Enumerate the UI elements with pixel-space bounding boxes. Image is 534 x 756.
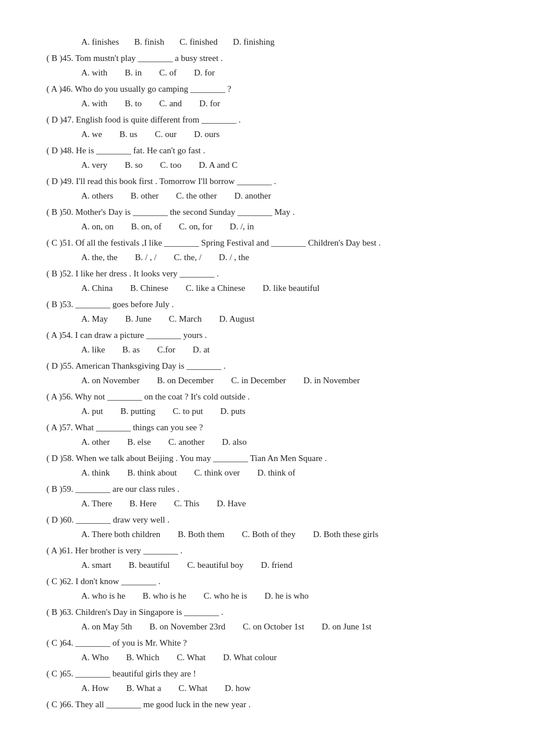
question-block-q54: ( A )54. I can draw a picture ________ y… <box>46 328 488 358</box>
question-block-q48: ( D )48. He is ________ fat. He can't go… <box>46 143 488 173</box>
quiz-container: A. finishes B. finish C. finished D. fin… <box>46 35 488 712</box>
question-line-q48: ( D )48. He is ________ fat. He can't go… <box>46 143 488 159</box>
question-block-q63: ( B )63. Children's Day in Singapore is … <box>46 605 488 635</box>
question-line-q64: ( C )64. ________ of you is Mr. White ? <box>46 636 488 651</box>
question-line-q52: ( B )52. I like her dress . It looks ver… <box>46 267 488 282</box>
question-line-q46: ( A )46. Who do you usually go camping _… <box>46 82 488 97</box>
question-block-q53: ( B )53. ________ goes before July .A. M… <box>46 297 488 327</box>
question-block-q65: ( C )65. ________ beautiful girls they a… <box>46 667 488 696</box>
question-block-top_options: A. finishes B. finish C. finished D. fin… <box>46 35 488 50</box>
question-line-q45: ( B )45. Tom mustn't play ________ a bus… <box>46 51 488 66</box>
question-block-q58: ( D )58. When we talk about Beijing . Yo… <box>46 451 488 481</box>
question-line-q57: ( A )57. What ________ things can you se… <box>46 420 488 435</box>
question-line-q51: ( C )51. Of all the festivals ,I like __… <box>46 236 488 251</box>
options-line-q51: A. the, the B. / , / C. the, / D. / , th… <box>46 250 488 265</box>
options-line-q46: A. with B. to C. and D. for <box>46 96 488 111</box>
options-line-q61: A. smart B. beautiful C. beautiful boy D… <box>46 558 488 573</box>
question-line-q49: ( D )49. I'll read this book first . Tom… <box>46 174 488 189</box>
options-line-q45: A. with B. in C. of D. for <box>46 66 488 81</box>
options-line-q47: A. we B. us C. our D. ours <box>46 127 488 142</box>
question-line-q58: ( D )58. When we talk about Beijing . Yo… <box>46 451 488 466</box>
question-block-q57: ( A )57. What ________ things can you se… <box>46 420 488 450</box>
question-line-q63: ( B )63. Children's Day in Singapore is … <box>46 605 488 620</box>
question-block-q47: ( D )47. English food is quite different… <box>46 113 488 142</box>
question-block-q60: ( D )60. ________ draw very well .A. The… <box>46 513 488 542</box>
options-line-top_options: A. finishes B. finish C. finished D. fin… <box>46 35 488 50</box>
question-line-q56: ( A )56. Why not ________ on the coat ? … <box>46 390 488 405</box>
question-line-q53: ( B )53. ________ goes before July . <box>46 297 488 312</box>
question-line-q47: ( D )47. English food is quite different… <box>46 113 488 128</box>
question-block-q52: ( B )52. I like her dress . It looks ver… <box>46 267 488 296</box>
options-line-q55: A. on November B. on December C. in Dece… <box>46 373 488 388</box>
question-line-q59: ( B )59. ________ are our class rules . <box>46 482 488 497</box>
options-line-q49: A. others B. other C. the other D. anoth… <box>46 189 488 204</box>
options-line-q48: A. very B. so C. too D. A and C <box>46 158 488 173</box>
question-block-q45: ( B )45. Tom mustn't play ________ a bus… <box>46 51 488 81</box>
question-block-q46: ( A )46. Who do you usually go camping _… <box>46 82 488 111</box>
question-block-q56: ( A )56. Why not ________ on the coat ? … <box>46 390 488 419</box>
question-block-q50: ( B )50. Mother's Day is ________ the se… <box>46 205 488 235</box>
question-line-q66: ( C )66. They all ________ me good luck … <box>46 697 488 712</box>
question-block-q59: ( B )59. ________ are our class rules .A… <box>46 482 488 512</box>
options-line-q59: A. There B. Here C. This D. Have <box>46 496 488 512</box>
options-line-q60: A. There both children B. Both them C. B… <box>46 527 488 542</box>
question-line-q60: ( D )60. ________ draw very well . <box>46 513 488 528</box>
options-line-q52: A. China B. Chinese C. like a Chinese D.… <box>46 281 488 296</box>
options-line-q64: A. Who B. Which C. What D. What colour <box>46 650 488 665</box>
options-line-q56: A. put B. putting C. to put D. puts <box>46 404 488 419</box>
options-line-q53: A. May B. June C. March D. August <box>46 312 488 327</box>
options-line-q65: A. How B. What a C. What D. how <box>46 681 488 696</box>
question-line-q62: ( C )62. I don't know ________ . <box>46 574 488 589</box>
question-line-q61: ( A )61. Her brother is very ________ . <box>46 543 488 559</box>
options-line-q57: A. other B. else C. another D. also <box>46 435 488 450</box>
options-line-q54: A. like B. as C.for D. at <box>46 343 488 358</box>
question-block-q55: ( D )55. American Thanksgiving Day is __… <box>46 359 488 388</box>
question-block-q64: ( C )64. ________ of you is Mr. White ?A… <box>46 636 488 665</box>
question-line-q55: ( D )55. American Thanksgiving Day is __… <box>46 359 488 374</box>
question-block-q51: ( C )51. Of all the festivals ,I like __… <box>46 236 488 265</box>
question-block-q66: ( C )66. They all ________ me good luck … <box>46 697 488 712</box>
options-line-q63: A. on May 5th B. on November 23rd C. on … <box>46 620 488 635</box>
question-line-q50: ( B )50. Mother's Day is ________ the se… <box>46 205 488 220</box>
question-block-q49: ( D )49. I'll read this book first . Tom… <box>46 174 488 204</box>
question-block-q61: ( A )61. Her brother is very ________ .A… <box>46 543 488 573</box>
options-line-q50: A. on, on B. on, of C. on, for D. /, in <box>46 219 488 235</box>
question-block-q62: ( C )62. I don't know ________ .A. who i… <box>46 574 488 604</box>
question-line-q65: ( C )65. ________ beautiful girls they a… <box>46 667 488 682</box>
question-line-q54: ( A )54. I can draw a picture ________ y… <box>46 328 488 343</box>
options-line-q62: A. who is he B. who is he C. who he is D… <box>46 589 488 604</box>
options-line-q58: A. think B. think about C. think over D.… <box>46 466 488 481</box>
